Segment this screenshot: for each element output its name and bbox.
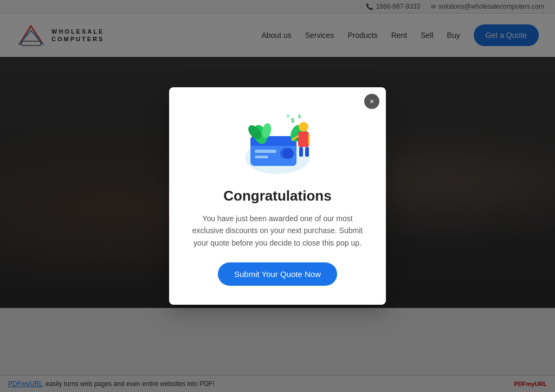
svg-rect-19 [305, 147, 309, 157]
svg-point-14 [299, 122, 308, 132]
svg-text:$: $ [291, 117, 294, 124]
svg-point-8 [280, 148, 291, 159]
modal-dialog: × [169, 87, 386, 305]
modal-overlay: × [0, 0, 555, 392]
svg-rect-15 [298, 132, 309, 147]
svg-text:$: $ [287, 113, 289, 118]
modal-description: You have just been awarded one of our mo… [191, 213, 364, 249]
svg-rect-5 [255, 150, 276, 153]
submit-quote-button[interactable]: Submit Your Quote Now [218, 262, 337, 286]
svg-rect-4 [250, 142, 296, 146]
modal-illustration: $ $ $ [234, 106, 321, 177]
svg-text:$: $ [298, 114, 301, 119]
illustration-svg: $ $ $ [234, 106, 321, 177]
modal-close-button[interactable]: × [364, 94, 379, 109]
modal-title: Congratulations [191, 188, 364, 204]
svg-rect-6 [255, 156, 268, 158]
svg-rect-18 [299, 147, 303, 157]
